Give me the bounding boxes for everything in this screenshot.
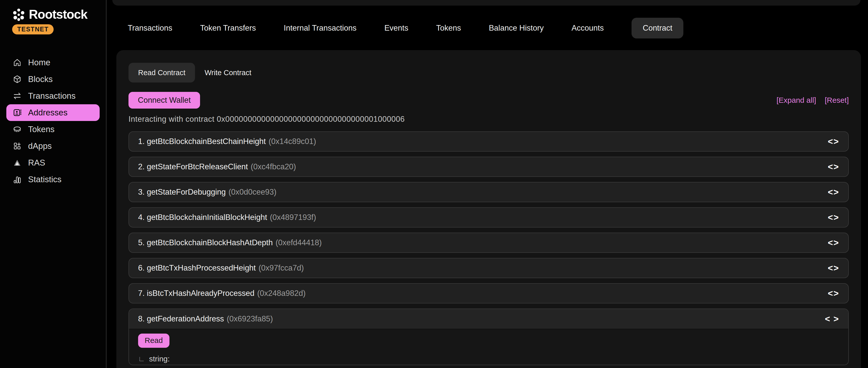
header-strip bbox=[112, 0, 860, 6]
tab-token-transfers[interactable]: Token Transfers bbox=[200, 24, 256, 33]
code-icon[interactable]: <> bbox=[828, 288, 839, 299]
method-name: 1. getBtcBlockchainBestChainHeight bbox=[138, 137, 266, 146]
method-body: Read ∟ string: bbox=[129, 329, 848, 365]
contract-method-row[interactable]: 8. getFederationAddress (0x6923fa85) < > bbox=[129, 309, 848, 329]
contract-method-row[interactable]: 3. getStateForDebugging (0x0d0cee93) <> bbox=[128, 182, 849, 202]
brand-name: Rootstock bbox=[29, 7, 87, 22]
dapps-icon bbox=[12, 141, 22, 151]
method-output: ∟ string: bbox=[138, 355, 839, 363]
home-icon bbox=[12, 58, 22, 67]
sidebar-item-addresses[interactable]: Addresses bbox=[6, 104, 100, 121]
brand-logo[interactable]: Rootstock bbox=[12, 7, 87, 22]
output-type-label: string: bbox=[149, 355, 170, 363]
method-name: 2. getStateForBtcReleaseClient bbox=[138, 162, 248, 171]
code-icon[interactable]: <> bbox=[828, 187, 839, 197]
method-selector: (0x248a982d) bbox=[257, 289, 306, 298]
sidebar-item-label: Home bbox=[28, 58, 50, 67]
sidebar-item-transactions[interactable]: Transactions bbox=[6, 88, 100, 104]
rootstock-logo-icon bbox=[12, 7, 26, 22]
method-name: 7. isBtcTxHashAlreadyProcessed bbox=[138, 289, 254, 298]
tab-accounts[interactable]: Accounts bbox=[571, 24, 604, 33]
code-icon[interactable]: < > bbox=[825, 314, 839, 324]
address-tabs: TransactionsToken TransfersInternal Tran… bbox=[128, 18, 683, 38]
method-name: 3. getStateForDebugging bbox=[138, 188, 226, 197]
tab-transactions[interactable]: Transactions bbox=[128, 24, 172, 33]
sidebar-item-label: RAS bbox=[28, 158, 45, 168]
read-button[interactable]: Read bbox=[138, 334, 169, 348]
code-icon[interactable]: <> bbox=[828, 136, 839, 146]
sidebar-item-label: dApps bbox=[28, 141, 52, 151]
sidebar-item-dapps[interactable]: dApps bbox=[6, 138, 100, 154]
addresses-icon bbox=[12, 108, 22, 117]
code-icon[interactable]: <> bbox=[828, 238, 839, 248]
contract-panel: Read Contract Write Contract Connect Wal… bbox=[116, 50, 861, 368]
method-selector: (0x6923fa85) bbox=[227, 314, 273, 323]
transactions-icon bbox=[12, 91, 22, 101]
network-badge: TESTNET bbox=[12, 24, 54, 34]
contract-subtabs: Read Contract Write Contract bbox=[128, 63, 849, 83]
sidebar-item-home[interactable]: Home bbox=[6, 54, 100, 71]
tab-balance-history[interactable]: Balance History bbox=[489, 24, 544, 33]
tab-internal-transactions[interactable]: Internal Transactions bbox=[284, 24, 356, 33]
tab-tokens[interactable]: Tokens bbox=[436, 24, 461, 33]
contract-method-card-expanded: 8. getFederationAddress (0x6923fa85) < >… bbox=[128, 309, 849, 365]
contract-method-row[interactable]: 5. getBtcBlockchainBlockHashAtDepth (0xe… bbox=[128, 233, 849, 253]
statistics-icon bbox=[12, 175, 22, 184]
tab-contract[interactable]: Contract bbox=[631, 18, 683, 38]
tab-write-contract[interactable]: Write Contract bbox=[195, 63, 261, 83]
method-name: 6. getBtcTxHashProcessedHeight bbox=[138, 263, 256, 273]
code-icon[interactable]: <> bbox=[828, 162, 839, 172]
method-selector: (0x4897193f) bbox=[270, 213, 316, 222]
panel-links: [Expand all] [Reset] bbox=[776, 96, 849, 105]
method-name: 8. getFederationAddress bbox=[138, 314, 224, 323]
contract-method-row[interactable]: 7. isBtcTxHashAlreadyProcessed (0x248a98… bbox=[128, 283, 849, 304]
expand-all-link[interactable]: [Expand all] bbox=[776, 96, 816, 105]
sidebar-nav: Home Blocks Transactions Addresses Token… bbox=[0, 54, 106, 188]
sidebar-item-label: Transactions bbox=[28, 91, 75, 101]
method-selector: (0x97fcca7d) bbox=[258, 263, 304, 273]
output-branch-symbol: ∟ bbox=[138, 355, 145, 363]
tab-read-contract[interactable]: Read Contract bbox=[128, 63, 195, 83]
contract-method-row[interactable]: 2. getStateForBtcReleaseClient (0xc4fbca… bbox=[128, 157, 849, 177]
connect-wallet-button[interactable]: Connect Wallet bbox=[128, 92, 200, 109]
reset-link[interactable]: [Reset] bbox=[825, 96, 849, 105]
sidebar-item-tokens[interactable]: Tokens bbox=[6, 121, 100, 138]
method-selector: (0xefd44418) bbox=[275, 238, 322, 247]
sidebar-item-label: Statistics bbox=[28, 175, 61, 184]
method-name: 4. getBtcBlockchainInitialBlockHeight bbox=[138, 213, 267, 222]
contract-method-row[interactable]: 1. getBtcBlockchainBestChainHeight (0x14… bbox=[128, 131, 849, 151]
sidebar-item-ras[interactable]: RAS bbox=[6, 154, 100, 171]
method-selector: (0x0d0cee93) bbox=[228, 188, 276, 197]
sidebar: Rootstock TESTNET Home Blocks Transactio… bbox=[0, 0, 106, 368]
sidebar-item-blocks[interactable]: Blocks bbox=[6, 71, 100, 88]
sidebar-item-label: Addresses bbox=[28, 108, 67, 117]
method-name: 5. getBtcBlockchainBlockHashAtDepth bbox=[138, 238, 273, 247]
contract-method-row[interactable]: 6. getBtcTxHashProcessedHeight (0x97fcca… bbox=[128, 258, 849, 278]
sidebar-item-label: Tokens bbox=[28, 124, 55, 134]
contract-method-row[interactable]: 4. getBtcBlockchainInitialBlockHeight (0… bbox=[128, 207, 849, 228]
tokens-icon bbox=[12, 124, 22, 134]
code-icon[interactable]: <> bbox=[828, 213, 839, 223]
sidebar-item-statistics[interactable]: Statistics bbox=[6, 171, 100, 188]
interacting-with-contract-text: Interacting with contract 0x000000000000… bbox=[128, 115, 849, 124]
method-selector: (0x14c89c01) bbox=[269, 137, 316, 146]
tab-events[interactable]: Events bbox=[384, 24, 408, 33]
code-icon[interactable]: <> bbox=[828, 263, 839, 273]
method-selector: (0xc4fbca20) bbox=[251, 162, 296, 171]
sidebar-item-label: Blocks bbox=[28, 75, 53, 84]
wallet-row: Connect Wallet [Expand all] [Reset] bbox=[128, 92, 849, 109]
blocks-icon bbox=[12, 75, 22, 84]
ras-icon bbox=[12, 158, 22, 168]
contract-methods-list: 1. getBtcBlockchainBestChainHeight (0x14… bbox=[128, 131, 849, 365]
